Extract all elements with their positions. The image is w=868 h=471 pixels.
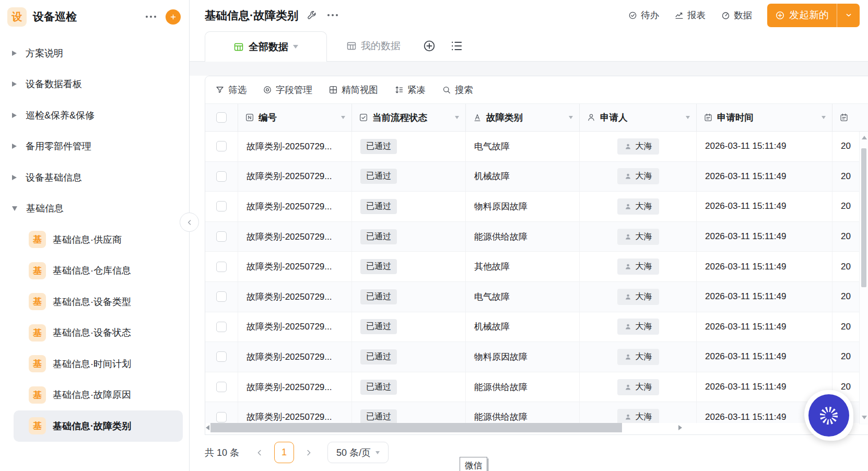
toolbar-compact-view-button[interactable]: 精简视图 bbox=[329, 84, 378, 96]
select-all-checkbox[interactable] bbox=[216, 112, 227, 123]
expand-arrow-icon[interactable] bbox=[12, 206, 17, 211]
expand-arrow-icon[interactable] bbox=[12, 51, 17, 56]
cell-category[interactable]: 电气故障 bbox=[465, 282, 579, 312]
create-new-button[interactable]: 发起新的 bbox=[767, 4, 837, 27]
cell-serial[interactable]: 故障类别-20250729... bbox=[238, 402, 351, 425]
assistant-widget-button[interactable] bbox=[804, 390, 853, 441]
applicant-chip[interactable]: 大海 bbox=[617, 379, 659, 395]
sidebar-collapse-button[interactable] bbox=[180, 213, 199, 232]
applicant-chip[interactable]: 大海 bbox=[617, 319, 659, 335]
cell-serial[interactable]: 故障类别-20250729... bbox=[238, 192, 351, 221]
column-header[interactable]: 申请人 bbox=[579, 104, 696, 131]
cell-category[interactable]: 机械故障 bbox=[465, 312, 579, 342]
sidebar-subitem[interactable]: 基 基础信息·供应商 bbox=[14, 224, 183, 255]
vertical-scrollbar[interactable] bbox=[859, 132, 868, 423]
table-row[interactable]: 故障类别-20250729... 已通过 能源供给故障 大海 2026-03-1… bbox=[205, 222, 868, 252]
sidebar-subitem[interactable]: 基 基础信息·时间计划 bbox=[14, 348, 183, 380]
column-filter-caret-icon[interactable] bbox=[822, 116, 826, 119]
scroll-up-arrow-icon[interactable] bbox=[862, 136, 867, 139]
table-row[interactable]: 故障类别-20250729... 已通过 机械故障 大海 2026-03-11 … bbox=[205, 312, 868, 343]
view-list-button[interactable] bbox=[450, 39, 463, 53]
cell-serial[interactable]: 故障类别-20250729... bbox=[238, 222, 351, 252]
scroll-down-arrow-icon[interactable] bbox=[862, 416, 867, 419]
row-checkbox[interactable] bbox=[216, 382, 227, 392]
sidebar-item[interactable]: 巡检&保养&保修 bbox=[0, 100, 189, 131]
applicant-chip[interactable]: 大海 bbox=[617, 289, 659, 305]
sidebar-item[interactable]: 备用零部件管理 bbox=[0, 131, 189, 162]
applicant-chip[interactable]: 大海 bbox=[617, 409, 659, 425]
row-checkbox[interactable] bbox=[216, 322, 227, 332]
row-checkbox[interactable] bbox=[216, 351, 227, 362]
scroll-right-arrow-icon[interactable] bbox=[678, 425, 682, 430]
cell-category[interactable]: 其他故障 bbox=[465, 252, 579, 281]
add-view-button[interactable] bbox=[423, 39, 436, 53]
cell-serial[interactable]: 故障类别-20250729... bbox=[238, 162, 351, 192]
table-row[interactable]: 故障类别-20250729... 已通过 能源供给故障 大海 2026-03-1… bbox=[205, 372, 868, 403]
sidebar-subitem[interactable]: 基 基础信息·故障类别 bbox=[14, 410, 183, 442]
toolbar-search-button[interactable]: 搜索 bbox=[442, 84, 473, 96]
sidebar-item[interactable]: 设备基础信息 bbox=[0, 162, 189, 193]
current-page-button[interactable]: 1 bbox=[274, 442, 294, 463]
tab-my-data[interactable]: 我的数据 bbox=[346, 31, 401, 61]
expand-arrow-icon[interactable] bbox=[12, 175, 17, 180]
page-size-select[interactable]: 50 条/页 bbox=[327, 442, 389, 463]
sidebar-subitem[interactable]: 基 基础信息·故障原因 bbox=[14, 380, 183, 411]
cell-category[interactable]: 机械故障 bbox=[465, 162, 579, 192]
sidebar-subitem[interactable]: 基 基础信息·仓库信息 bbox=[14, 255, 183, 287]
table-row[interactable]: 故障类别-20250729... 已通过 其他故障 大海 2026-03-11 … bbox=[205, 252, 868, 282]
cell-serial[interactable]: 故障类别-20250729... bbox=[238, 312, 351, 342]
table-row[interactable]: 故障类别-20250729... 已通过 物料原因故障 大海 2026-03-1… bbox=[205, 192, 868, 222]
cell-category[interactable]: 能源供给故障 bbox=[465, 372, 579, 402]
applicant-chip[interactable]: 大海 bbox=[617, 198, 659, 215]
sidebar-item[interactable]: 方案说明 bbox=[0, 38, 189, 69]
cell-category[interactable]: 能源供给故障 bbox=[465, 402, 579, 425]
applicant-chip[interactable]: 大海 bbox=[617, 138, 659, 155]
column-filter-caret-icon[interactable] bbox=[686, 116, 690, 119]
tab-caret-icon[interactable] bbox=[293, 45, 298, 49]
tab-all-data[interactable]: 全部数据 bbox=[205, 31, 327, 62]
sidebar-subitem[interactable]: 基 基础信息·设备类型 bbox=[14, 286, 183, 317]
expand-arrow-icon[interactable] bbox=[12, 144, 17, 149]
cell-category[interactable]: 能源供给故障 bbox=[465, 222, 579, 252]
cell-serial[interactable]: 故障类别-20250729... bbox=[238, 372, 351, 402]
page-more-button[interactable] bbox=[327, 14, 338, 16]
cell-category[interactable]: 电气故障 bbox=[465, 132, 579, 161]
column-header[interactable]: 当前流程状态 bbox=[351, 104, 465, 131]
row-checkbox[interactable] bbox=[216, 291, 227, 302]
sidebar-item[interactable]: 设备数据看板 bbox=[0, 69, 189, 100]
row-checkbox[interactable] bbox=[216, 412, 227, 422]
applicant-chip[interactable]: 大海 bbox=[617, 229, 659, 245]
cell-category[interactable]: 物料原因故障 bbox=[465, 192, 579, 221]
assistant-icon[interactable] bbox=[808, 394, 849, 437]
applicant-chip[interactable]: 大海 bbox=[617, 349, 659, 365]
sidebar-more-button[interactable] bbox=[146, 16, 156, 18]
column-filter-caret-icon[interactable] bbox=[455, 116, 459, 119]
cell-serial[interactable]: 故障类别-20250729... bbox=[238, 132, 351, 161]
vertical-scrollbar-thumb[interactable] bbox=[861, 148, 866, 287]
cell-serial[interactable]: 故障类别-20250729... bbox=[238, 282, 351, 312]
toolbar-field-manage-button[interactable]: 字段管理 bbox=[263, 84, 312, 96]
sidebar-add-button[interactable] bbox=[166, 9, 181, 25]
toolbar-filter-button[interactable]: 筛选 bbox=[215, 84, 247, 96]
sidebar-subitem[interactable]: 基 基础信息·设备状态 bbox=[14, 317, 183, 349]
column-header[interactable]: 编号 bbox=[238, 104, 351, 131]
cell-serial[interactable]: 故障类别-20250729... bbox=[238, 252, 351, 281]
create-new-split-button[interactable]: 发起新的 bbox=[767, 4, 860, 27]
horizontal-scrollbar-thumb[interactable] bbox=[210, 423, 622, 432]
quick-link-gauge[interactable]: 数据 bbox=[721, 9, 752, 21]
table-row[interactable]: 故障类别-20250729... 已通过 能源供给故障 大海 2026-03-1… bbox=[205, 402, 868, 425]
row-checkbox[interactable] bbox=[216, 231, 227, 242]
applicant-chip[interactable]: 大海 bbox=[617, 258, 659, 275]
expand-arrow-icon[interactable] bbox=[12, 81, 17, 87]
scroll-left-arrow-icon[interactable] bbox=[206, 425, 209, 430]
horizontal-scrollbar[interactable] bbox=[206, 423, 859, 432]
column-header[interactable] bbox=[832, 104, 868, 131]
toolbar-density-button[interactable]: 紧凑 bbox=[394, 84, 426, 96]
cell-serial[interactable]: 故障类别-20250729... bbox=[238, 342, 351, 372]
create-new-dropdown-button[interactable] bbox=[837, 4, 860, 27]
column-header[interactable]: 故障类别 bbox=[465, 104, 579, 131]
row-checkbox[interactable] bbox=[216, 141, 227, 151]
quick-link-report[interactable]: 报表 bbox=[674, 9, 706, 21]
column-filter-caret-icon[interactable] bbox=[569, 116, 573, 119]
table-row[interactable]: 故障类别-20250729... 已通过 电气故障 大海 2026-03-11 … bbox=[205, 282, 868, 312]
